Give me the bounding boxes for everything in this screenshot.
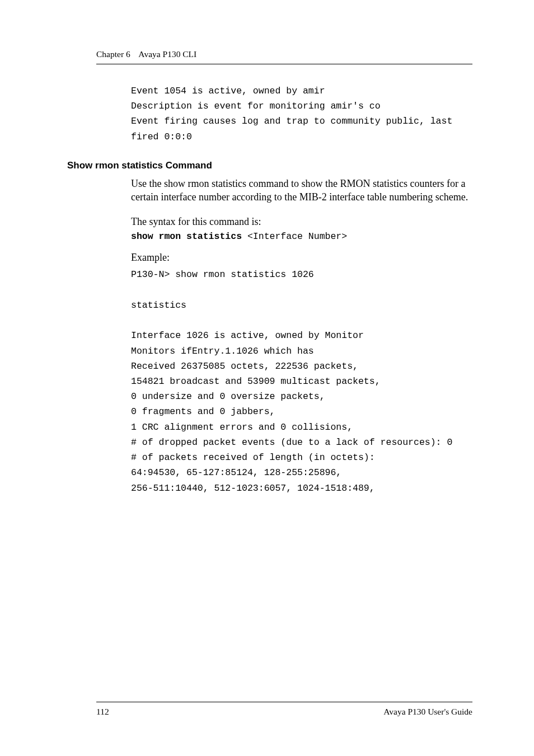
code-line: 154821 broadcast and 53909 multicast pac… <box>131 376 381 387</box>
code-line: statistics <box>131 300 186 311</box>
code-line: Interface 1026 is active, owned by Monit… <box>131 330 364 341</box>
chapter-title: Avaya P130 CLI <box>138 49 196 59</box>
running-head: Chapter 6 Avaya P130 CLI <box>96 49 472 59</box>
chapter-label: Chapter 6 <box>96 49 130 59</box>
code-line: Monitors ifEntry.1.1026 which has <box>131 346 314 356</box>
example-code-block: P130-N> show rmon statistics 1026 statis… <box>131 267 472 495</box>
syntax-command: show rmon statistics <box>131 231 242 242</box>
code-line: # of dropped packet events (due to a lac… <box>131 437 452 448</box>
section-heading: Show rmon statistics Command <box>67 160 472 171</box>
example-label: Example: <box>131 252 472 264</box>
header-divider <box>96 64 472 64</box>
code-line: 64:94530, 65-127:85124, 128-255:25896, <box>131 467 341 478</box>
syntax-intro: The syntax for this command is: <box>131 216 472 228</box>
section-paragraph: Use the show rmon statistics command to … <box>131 177 472 204</box>
code-line: 0 undersize and 0 oversize packets, <box>131 391 325 402</box>
footer: 112 Avaya P130 User's Guide <box>96 702 472 717</box>
page: Chapter 6 Avaya P130 CLI Event 1054 is a… <box>0 0 534 756</box>
doc-title: Avaya P130 User's Guide <box>383 707 472 717</box>
code-line: Received 26375085 octets, 222536 packets… <box>131 361 358 372</box>
footer-divider <box>96 702 472 702</box>
top-code-block: Event 1054 is active, owned by amir Desc… <box>131 83 472 144</box>
code-line: 256-511:10440, 512-1023:6057, 1024-1518:… <box>131 483 375 494</box>
code-line: Event firing causes log and trap to comm… <box>131 116 458 142</box>
syntax-args: <Interface Number> <box>242 231 347 242</box>
code-line: Event 1054 is active, owned by amir <box>131 86 325 96</box>
code-line: 1 CRC alignment errors and 0 collisions, <box>131 422 353 433</box>
code-line: P130-N> show rmon statistics 1026 <box>131 269 314 280</box>
footer-row: 112 Avaya P130 User's Guide <box>96 707 472 717</box>
code-line: # of packets received of length (in octe… <box>131 452 375 463</box>
code-line: 0 fragments and 0 jabbers, <box>131 406 275 417</box>
syntax-line: show rmon statistics <Interface Number> <box>131 231 472 242</box>
code-line: Description is event for monitoring amir… <box>131 101 381 111</box>
page-number: 112 <box>96 707 109 717</box>
